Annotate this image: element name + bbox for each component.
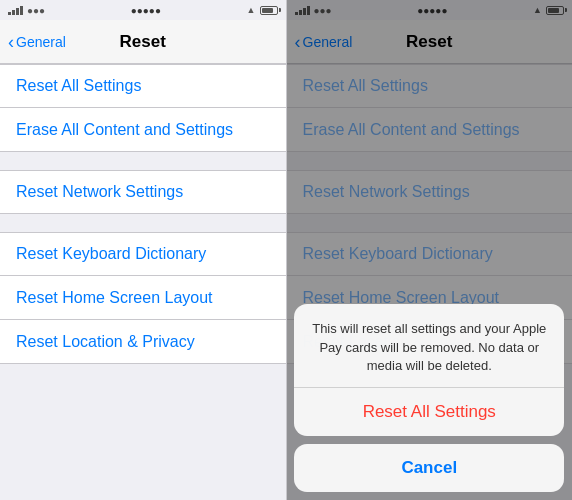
list-item[interactable]: Reset Network Settings bbox=[0, 170, 286, 214]
settings-group-1-left: Reset All Settings Erase All Content and… bbox=[0, 64, 286, 152]
time-left: ●●●●● bbox=[131, 5, 161, 16]
confirm-reset-button[interactable]: Reset All Settings bbox=[294, 388, 564, 436]
list-item[interactable]: Erase All Content and Settings bbox=[0, 108, 286, 152]
separator bbox=[0, 214, 286, 232]
list-item[interactable]: Reset Home Screen Layout bbox=[0, 276, 286, 320]
carrier-text: ●●● bbox=[27, 5, 45, 16]
battery-icon-left bbox=[260, 6, 278, 15]
dialog-overlay: This will reset all settings and your Ap… bbox=[287, 0, 573, 500]
status-bar-left: ●●● ●●●●● ▲ bbox=[0, 0, 286, 20]
back-label-left: General bbox=[16, 34, 66, 50]
nav-bar-left: ‹ General Reset bbox=[0, 20, 286, 64]
action-sheet: This will reset all settings and your Ap… bbox=[294, 304, 564, 492]
list-item[interactable]: Reset Keyboard Dictionary bbox=[0, 232, 286, 276]
left-panel: ●●● ●●●●● ▲ ‹ General Reset Reset All Se… bbox=[0, 0, 286, 500]
right-panel: ●●● ●●●●● ▲ ‹ General Reset Reset All Se… bbox=[287, 0, 573, 500]
settings-group-2-left: Reset Network Settings bbox=[0, 170, 286, 214]
chevron-left-icon: ‹ bbox=[8, 33, 14, 51]
settings-group-3-left: Reset Keyboard Dictionary Reset Home Scr… bbox=[0, 232, 286, 364]
cancel-button[interactable]: Cancel bbox=[294, 444, 564, 492]
settings-list-left: Reset All Settings Erase All Content and… bbox=[0, 64, 286, 500]
list-item[interactable]: Reset Location & Privacy bbox=[0, 320, 286, 364]
action-sheet-main: This will reset all settings and your Ap… bbox=[294, 304, 564, 436]
battery-area-left: ▲ bbox=[247, 5, 278, 15]
status-bar-left-side: ●●● bbox=[8, 5, 45, 16]
list-item[interactable]: Reset All Settings bbox=[0, 64, 286, 108]
back-button-left[interactable]: ‹ General bbox=[8, 33, 66, 51]
nav-title-left: Reset bbox=[120, 32, 166, 52]
action-sheet-message: This will reset all settings and your Ap… bbox=[294, 304, 564, 388]
wifi-icon: ▲ bbox=[247, 5, 256, 15]
action-sheet-cancel: Cancel bbox=[294, 444, 564, 492]
separator bbox=[0, 152, 286, 170]
signal-icon bbox=[8, 6, 23, 15]
